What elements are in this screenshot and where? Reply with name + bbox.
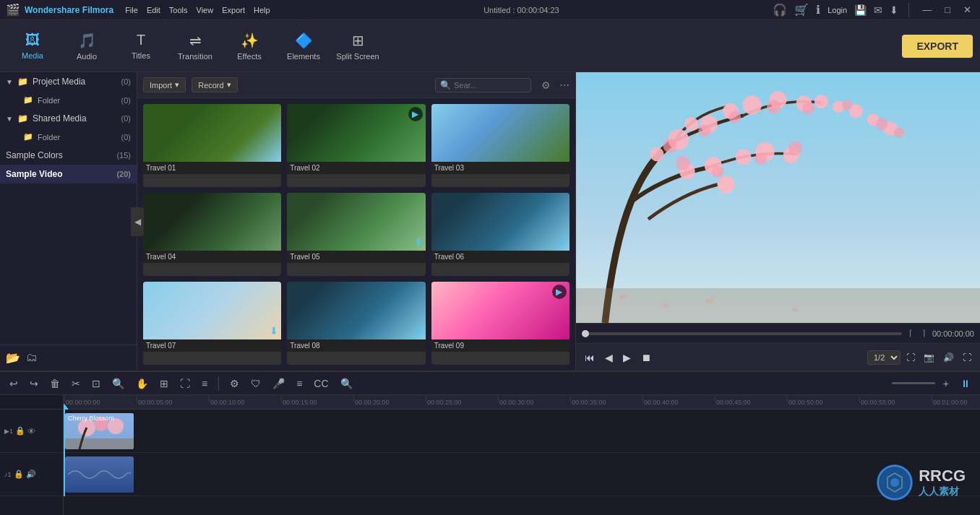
chevron-down-icon: ▼ xyxy=(6,78,13,86)
login-button[interactable]: Login xyxy=(828,6,847,14)
zoom-slider[interactable] xyxy=(892,382,935,384)
redo-button[interactable]: ↪ xyxy=(26,376,42,391)
volume-button[interactable]: 🔊 xyxy=(940,350,957,365)
svg-point-23 xyxy=(728,111,741,124)
split-screen-icon: ⊞ xyxy=(352,32,364,49)
sidebar-item-sample-video[interactable]: Sample Video (20) xyxy=(0,165,137,183)
clip-options-button[interactable]: ⊞ xyxy=(156,376,172,391)
audio-waveform xyxy=(68,460,131,489)
tool-transition[interactable]: ⇌ Transition xyxy=(170,25,220,68)
timeline-tracks: Cherry Blossom xyxy=(64,410,980,496)
play-back-button[interactable]: ◀ xyxy=(602,350,616,365)
menu-view[interactable]: View xyxy=(197,6,214,14)
sidebar-item-shared-folder[interactable]: 📁 Folder (0) xyxy=(17,128,137,146)
media-clip-6[interactable]: ⬇Travel 06 xyxy=(431,193,569,276)
tool-audio[interactable]: 🎵 Audio xyxy=(61,25,112,68)
progress-bar-track[interactable] xyxy=(582,332,902,335)
tool-elements[interactable]: 🔷 Elements xyxy=(278,25,329,68)
pan-button[interactable]: ✋ xyxy=(132,376,152,391)
svg-point-25 xyxy=(802,103,814,115)
maximize-button[interactable]: □ xyxy=(942,4,953,15)
bracket-right-icon: ⌉ xyxy=(922,329,925,338)
record-dropdown[interactable]: Record ▾ xyxy=(192,77,237,92)
effects-settings-button[interactable]: ⚙ xyxy=(226,376,243,391)
close-button[interactable]: ✕ xyxy=(960,4,974,15)
cut-button[interactable]: ✂ xyxy=(68,376,84,391)
media-clip-9[interactable]: ▶Travel 09 xyxy=(431,282,569,365)
search-input[interactable] xyxy=(454,81,526,90)
menu-file[interactable]: File xyxy=(125,6,138,14)
shield-button[interactable]: 🛡 xyxy=(247,376,265,391)
media-clip-1[interactable]: Travel 01 xyxy=(143,104,281,187)
elements-label: Elements xyxy=(287,52,320,61)
watermark-brand: RRCG xyxy=(919,467,966,485)
progress-handle[interactable] xyxy=(582,330,589,337)
fullscreen-button[interactable]: ⛶ xyxy=(176,376,194,391)
minimize-button[interactable]: — xyxy=(919,4,934,15)
zoom-in-tl-button[interactable]: + xyxy=(940,376,953,391)
media-clip-7[interactable]: ⬇Travel 07 xyxy=(143,282,281,365)
menu-edit[interactable]: Edit xyxy=(147,6,160,14)
media-clip-5[interactable]: ⬇Travel 05 xyxy=(287,193,425,276)
media-clip-4[interactable]: Travel 04 xyxy=(143,193,281,276)
menu-tools[interactable]: Tools xyxy=(169,6,188,14)
ruler-tick-12: 00:01:00:00 xyxy=(931,395,968,409)
playhead[interactable] xyxy=(64,410,65,496)
step-back-button[interactable]: ⏮ xyxy=(582,350,598,365)
stop-button[interactable]: ⏹ xyxy=(638,350,654,365)
play-button[interactable]: ▶ xyxy=(620,350,634,365)
import-dropdown[interactable]: Import ▾ xyxy=(143,77,186,92)
tool-effects[interactable]: ✨ Effects xyxy=(224,25,275,68)
crop-button[interactable]: ⊡ xyxy=(88,376,104,391)
title-display: Untitled : 00:00:04:23 xyxy=(483,6,559,14)
sidebar-item-project-folder[interactable]: 📁 Folder (0) xyxy=(17,91,137,109)
undo-button[interactable]: ↩ xyxy=(6,376,22,391)
watermark-sub: 人人素材 xyxy=(919,485,966,498)
zoom-out-tl-button[interactable]: 🔍 xyxy=(337,376,356,391)
media-clip-3[interactable]: Travel 03 xyxy=(431,104,569,187)
export-button[interactable]: EXPORT xyxy=(902,35,973,58)
fullscreen-preview-button[interactable]: ⛶ xyxy=(903,350,918,365)
sidebar-item-project-media[interactable]: ▼ 📁 Project Media (0) xyxy=(0,72,137,91)
tool-titles[interactable]: T Titles xyxy=(116,25,166,68)
pip-button[interactable]: ⛶ xyxy=(960,350,974,365)
elements-icon: 🔷 xyxy=(295,32,313,49)
download-icon: ⬇ xyxy=(890,4,898,16)
lock-icon[interactable]: 🔒 xyxy=(15,426,25,436)
caption-button[interactable]: CC xyxy=(310,376,332,391)
menu-export[interactable]: Export xyxy=(222,6,245,14)
menu-help[interactable]: Help xyxy=(254,6,270,14)
watermark-svg xyxy=(877,464,913,501)
mic-button[interactable]: 🎤 xyxy=(269,376,288,391)
zoom-in-button[interactable]: 🔍 xyxy=(108,376,128,391)
thumb-download-icon-5: ⬇ xyxy=(414,236,423,248)
titles-icon: T xyxy=(137,32,145,48)
media-clip-2[interactable]: ▶Travel 02 xyxy=(287,104,425,187)
sidebar-item-shared-media[interactable]: ▼ 📁 Shared Media (0) xyxy=(0,109,137,128)
sidebar-collapse-arrow[interactable]: ◀ xyxy=(131,207,144,236)
thumb-download-icon-8: ⬇ xyxy=(414,325,423,337)
filter-icon[interactable]: ⚙ xyxy=(541,79,551,91)
volume-track-icon[interactable]: 🔊 xyxy=(26,469,36,479)
media-clip-8[interactable]: ⬇Travel 08 xyxy=(287,282,425,365)
eye-icon[interactable]: 👁 xyxy=(27,427,35,436)
tool-media[interactable]: 🖼 Media xyxy=(7,25,58,68)
video-track-icons: ▶1 🔒 👁 xyxy=(4,426,35,436)
headphone-icon: 🎧 xyxy=(773,3,787,17)
svg-point-10 xyxy=(736,149,752,165)
audio-lock-icon[interactable]: 🔒 xyxy=(14,469,24,479)
add-folder-button[interactable]: 📂 xyxy=(6,351,20,365)
delete-button[interactable]: 🗑 xyxy=(46,376,64,391)
screenshot-button[interactable]: 📷 xyxy=(921,350,937,365)
audio-options-button[interactable]: ≡ xyxy=(198,376,211,391)
sidebar-item-sample-colors[interactable]: Sample Colors (15) xyxy=(0,146,137,165)
ratio-select[interactable]: 1/2 xyxy=(867,350,901,365)
ruler-tick-6: 00:00:30:00 xyxy=(497,395,534,409)
grid-view-icon[interactable]: ⋯ xyxy=(559,79,569,91)
new-folder-button[interactable]: 🗂 xyxy=(26,351,38,365)
align-button[interactable]: ≡ xyxy=(293,376,306,391)
cherry-blossom-clip[interactable]: Cherry Blossom xyxy=(65,413,134,449)
pause-button[interactable]: ⏸ xyxy=(957,376,974,391)
tool-split-screen[interactable]: ⊞ Split Screen xyxy=(332,25,383,68)
audio-clip[interactable] xyxy=(65,456,134,493)
